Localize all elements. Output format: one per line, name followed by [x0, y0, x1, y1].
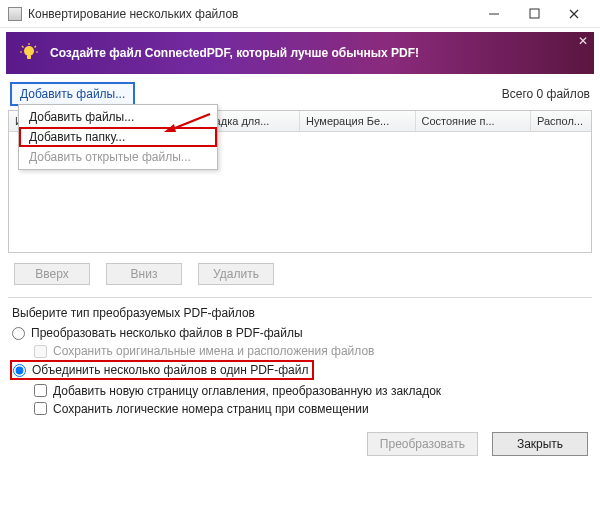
- check-keep-names: Сохранить оригинальные имена и расположе…: [34, 342, 588, 360]
- files-count-label: Всего 0 файлов: [502, 87, 590, 101]
- promo-banner: Создайте файл ConnectedPDF, который лучш…: [6, 32, 594, 74]
- banner-text: Создайте файл ConnectedPDF, который лучш…: [50, 46, 419, 60]
- svg-point-4: [24, 46, 34, 56]
- convert-button: Преобразовать: [367, 432, 478, 456]
- menu-add-open-files: Добавить открытые файлы...: [19, 147, 217, 167]
- radio-convert-label: Преобразовать несколько файлов в PDF-фай…: [31, 326, 303, 340]
- close-button[interactable]: [554, 0, 594, 28]
- col-location[interactable]: Распол...: [531, 111, 591, 131]
- move-down-button: Вниз: [106, 263, 182, 285]
- radio-convert-multiple[interactable]: Преобразовать несколько файлов в PDF-фай…: [12, 324, 588, 342]
- table-buttons: Вверх Вниз Удалить: [0, 253, 600, 291]
- divider: [8, 297, 592, 298]
- move-up-button: Вверх: [14, 263, 90, 285]
- check-add-toc-label: Добавить новую страницу оглавления, прео…: [53, 384, 441, 398]
- check-add-toc[interactable]: Добавить новую страницу оглавления, прео…: [34, 382, 588, 400]
- svg-rect-5: [27, 55, 31, 59]
- lightbulb-icon: [18, 42, 40, 64]
- check-keep-names-label: Сохранить оригинальные имена и расположе…: [53, 344, 374, 358]
- conversion-options: Выберите тип преобразуемых PDF-файлов Пр…: [0, 304, 600, 422]
- check-keep-logical[interactable]: Сохранить логические номера страниц при …: [34, 400, 588, 418]
- menu-add-files[interactable]: Добавить файлы...: [19, 107, 217, 127]
- svg-line-7: [22, 46, 24, 48]
- col-status[interactable]: Состояние п...: [416, 111, 532, 131]
- radio-merge-label: Объединить несколько файлов в один PDF-ф…: [32, 363, 308, 377]
- col-numbering[interactable]: Нумерация Бе...: [300, 111, 416, 131]
- window-controls: [474, 0, 594, 28]
- top-row: Добавить файлы... Добавить файлы... Доба…: [0, 80, 600, 110]
- maximize-button[interactable]: [514, 0, 554, 28]
- radio-merge-single[interactable]: Объединить несколько файлов в один PDF-ф…: [13, 363, 308, 377]
- dialog-buttons: Преобразовать Закрыть: [0, 422, 600, 470]
- minimize-button[interactable]: [474, 0, 514, 28]
- delete-button: Удалить: [198, 263, 274, 285]
- add-files-dropdown: Добавить файлы... Добавить папку... Доба…: [18, 104, 218, 170]
- window-title: Конвертирование нескольких файлов: [28, 7, 474, 21]
- svg-line-8: [35, 46, 37, 48]
- add-files-wrapper: Добавить файлы... Добавить файлы... Доба…: [10, 82, 135, 106]
- banner-close-icon[interactable]: ✕: [578, 34, 588, 48]
- svg-rect-1: [530, 9, 539, 18]
- close-dialog-button[interactable]: Закрыть: [492, 432, 588, 456]
- check-keep-logical-label: Сохранить логические номера страниц при …: [53, 402, 369, 416]
- radio-merge-highlight: Объединить несколько файлов в один PDF-ф…: [12, 362, 312, 378]
- titlebar: Конвертирование нескольких файлов: [0, 0, 600, 28]
- options-title: Выберите тип преобразуемых PDF-файлов: [12, 306, 588, 320]
- add-files-button[interactable]: Добавить файлы...: [10, 82, 135, 106]
- app-icon: [8, 7, 22, 21]
- menu-add-folder[interactable]: Добавить папку...: [19, 127, 217, 147]
